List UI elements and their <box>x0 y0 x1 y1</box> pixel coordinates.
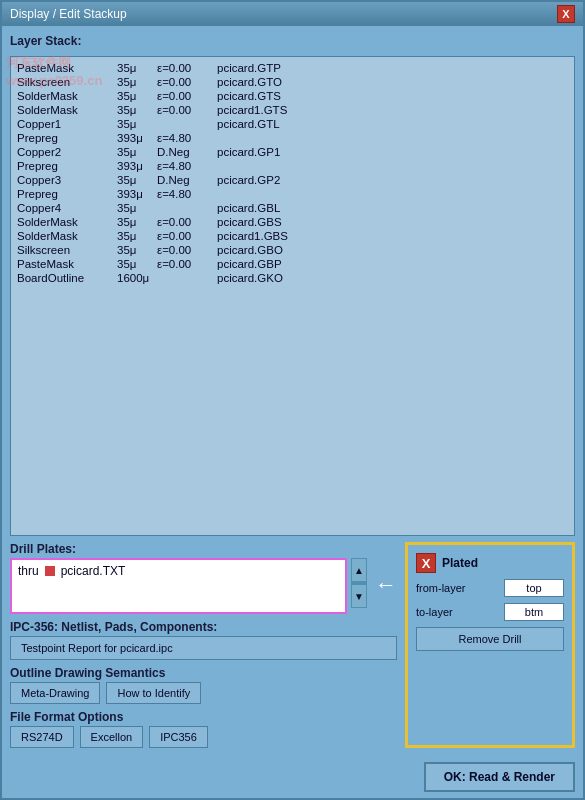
layer-row[interactable]: Copper135μpcicard.GTL <box>13 117 572 131</box>
plated-row: X Plated <box>416 553 564 573</box>
left-panel: Drill Plates: thru pcicard.TXT <box>10 542 397 748</box>
layer-row[interactable]: Prepreg393με=4.80 <box>13 131 572 145</box>
layer-stack-scroll[interactable]: PasteMask35με=0.00pcicard.GTPSilkscreen3… <box>11 57 574 535</box>
bottom-area: Drill Plates: thru pcicard.TXT <box>10 542 575 748</box>
plated-label: Plated <box>442 556 478 570</box>
from-layer-input[interactable] <box>504 579 564 597</box>
layer-stack-panel: PasteMask35με=0.00pcicard.GTPSilkscreen3… <box>10 56 575 536</box>
drill-plates-label: Drill Plates: <box>10 542 397 556</box>
layer-row[interactable]: Copper435μpcicard.GBL <box>13 201 572 215</box>
drill-scroll-down[interactable]: ▼ <box>351 584 367 608</box>
layer-row[interactable]: Copper235μD.Negpcicard.GP1 <box>13 145 572 159</box>
plated-x-button[interactable]: X <box>416 553 436 573</box>
layer-row[interactable]: Silkscreen35με=0.00pcicard.GTO <box>13 75 572 89</box>
layer-row[interactable]: Silkscreen35με=0.00pcicard.GBO <box>13 243 572 257</box>
to-layer-row: to-layer <box>416 603 564 621</box>
from-layer-row: from-layer <box>416 579 564 597</box>
outline-label: Outline Drawing Semantics <box>10 666 397 680</box>
ipc-label: IPC-356: Netlist, Pads, Components: <box>10 620 397 634</box>
drill-item[interactable]: thru pcicard.TXT <box>12 560 345 582</box>
bottom-bar: OK: Read & Render <box>2 756 583 798</box>
layer-stack-label: Layer Stack: <box>10 34 575 48</box>
layer-row[interactable]: Copper335μD.Negpcicard.GP2 <box>13 173 572 187</box>
ipc-section: IPC-356: Netlist, Pads, Components: Test… <box>10 620 397 660</box>
main-window: Display / Edit Stackup X 河东软件网 www.pc035… <box>0 0 585 800</box>
layer-row[interactable]: SolderMask35με=0.00pcicard1.GTS <box>13 103 572 117</box>
outline-btn-group: Meta-Drawing How to Identify <box>10 682 397 704</box>
layer-row[interactable]: Prepreg393με=4.80 <box>13 159 572 173</box>
layer-row[interactable]: SolderMask35με=0.00pcicard1.GBS <box>13 229 572 243</box>
excellon-button[interactable]: Excellon <box>80 726 144 748</box>
meta-drawing-button[interactable]: Meta-Drawing <box>10 682 100 704</box>
close-button[interactable]: X <box>557 5 575 23</box>
drill-dot <box>45 566 55 576</box>
layer-row[interactable]: PasteMask35με=0.00pcicard.GBP <box>13 257 572 271</box>
layer-row[interactable]: SolderMask35με=0.00pcicard.GBS <box>13 215 572 229</box>
arrow-indicator: ← <box>375 572 397 598</box>
rs274d-button[interactable]: RS274D <box>10 726 74 748</box>
file-format-label: File Format Options <box>10 710 397 724</box>
ipc356-button[interactable]: IPC356 <box>149 726 208 748</box>
remove-drill-button[interactable]: Remove Drill <box>416 627 564 651</box>
file-format-btn-group: RS274D Excellon IPC356 <box>10 726 397 748</box>
layer-row[interactable]: SolderMask35με=0.00pcicard.GTS <box>13 89 572 103</box>
ok-button[interactable]: OK: Read & Render <box>424 762 575 792</box>
layer-row[interactable]: Prepreg393με=4.80 <box>13 187 572 201</box>
window-title: Display / Edit Stackup <box>10 7 127 21</box>
layer-row[interactable]: PasteMask35με=0.00pcicard.GTP <box>13 61 572 75</box>
title-bar: Display / Edit Stackup X <box>2 2 583 26</box>
layer-row[interactable]: BoardOutline1600μpcicard.GKO <box>13 271 572 285</box>
drill-scroll-up[interactable]: ▲ <box>351 558 367 582</box>
outline-section: Outline Drawing Semantics Meta-Drawing H… <box>10 666 397 704</box>
plated-panel: X Plated from-layer to-layer Remove Dril… <box>405 542 575 748</box>
file-format-section: File Format Options RS274D Excellon IPC3… <box>10 710 397 748</box>
drill-plates-section: Drill Plates: thru pcicard.TXT <box>10 542 397 614</box>
how-to-identify-button[interactable]: How to Identify <box>106 682 201 704</box>
from-layer-label: from-layer <box>416 582 481 594</box>
drill-list[interactable]: thru pcicard.TXT <box>10 558 347 614</box>
to-layer-label: to-layer <box>416 606 481 618</box>
ipc-button[interactable]: Testpoint Report for pcicard.ipc <box>10 636 397 660</box>
to-layer-input[interactable] <box>504 603 564 621</box>
